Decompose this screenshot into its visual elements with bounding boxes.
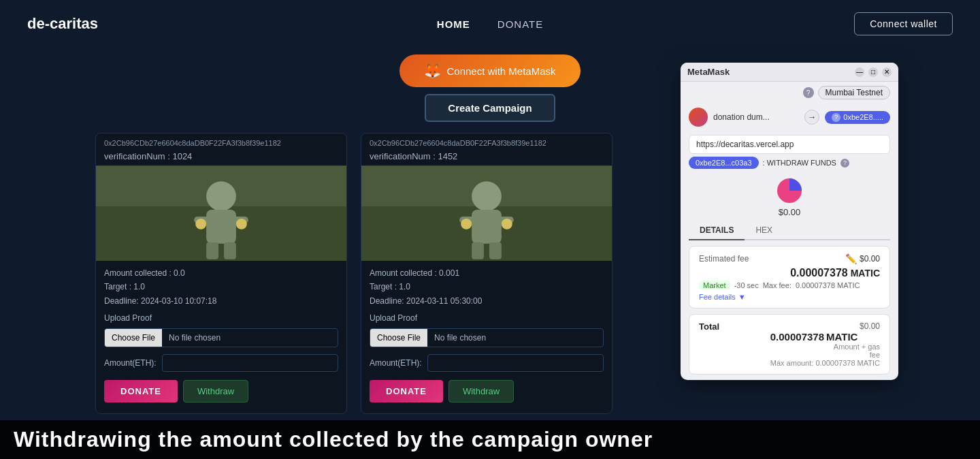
- mm-title-controls: — □ ✕: [855, 67, 892, 77]
- card-image-0: [96, 165, 346, 261]
- choose-file-button-1[interactable]: Choose File: [370, 329, 427, 347]
- file-input-row-0: Choose File No file chosen: [104, 328, 338, 347]
- mm-amount-gas: Amount + gas: [770, 343, 880, 351]
- mm-market-row: Market -30 sec Max fee: 0.00007378 MATIC: [699, 281, 880, 290]
- mm-details-box: Estimated fee ✏️ $0.00 0.00007378 MATIC …: [689, 246, 890, 308]
- mm-estimated-fee-usd: $0.00: [860, 254, 880, 264]
- target-0: Target : 1.0: [104, 280, 338, 294]
- campaign-card-0: 0x2Cb96CDb27e6604c8daDB0F22FA3f3b8f39e11…: [95, 133, 347, 414]
- upload-proof-label-0: Upload Proof: [96, 311, 346, 326]
- amount-label-1: Amount(ETH):: [370, 358, 422, 368]
- campaign-card-1: 0x2Cb96CDb27e6604c8daDB0F22FA3f3b8f39e11…: [361, 133, 612, 414]
- card-address-0: 0x2Cb96CDb27e6604c8daDB0F22FA3f3b8f39e11…: [96, 133, 346, 150]
- mm-minimize-button[interactable]: —: [855, 67, 864, 77]
- file-input-row-1: Choose File No file chosen: [370, 328, 604, 347]
- navbar: de-caritas HOME DONATE Connect wallet: [0, 0, 980, 48]
- withdraw-button-1[interactable]: Withdraw: [448, 380, 514, 402]
- nav-donate[interactable]: DONATE: [497, 18, 543, 30]
- target-1: Target : 1.0: [370, 280, 604, 294]
- svg-point-18: [461, 219, 472, 230]
- mm-max-fee-value: 0.00007378 MATIC: [796, 281, 860, 289]
- svg-point-2: [206, 181, 236, 211]
- mm-fee-row: Estimated fee ✏️ $0.00: [699, 253, 880, 264]
- svg-point-12: [472, 181, 502, 211]
- mm-avatar: [689, 108, 708, 127]
- mm-total-usd: $0.00: [770, 321, 880, 331]
- mm-max-fee-label: Max fee:: [763, 281, 791, 289]
- card-address-1: 0x2Cb96CDb27e6604c8daDB0F22FA3f3b8f39e11…: [361, 133, 612, 150]
- card-verification-1: verificationNum : 1452: [361, 150, 612, 165]
- donate-button-0[interactable]: DONATE: [104, 380, 178, 402]
- bottom-text: Withdrawing the amount collected by the …: [0, 420, 980, 459]
- svg-rect-7: [224, 242, 236, 259]
- mm-total-label: Total: [699, 321, 719, 332]
- mm-fee-details-link[interactable]: Fee details ▼: [699, 293, 880, 301]
- svg-rect-13: [472, 210, 502, 244]
- svg-point-19: [502, 219, 512, 230]
- mm-restore-button[interactable]: □: [868, 67, 878, 77]
- metamask-popup: MetaMask — □ ✕ ? Mumbai Testnet donation…: [681, 63, 898, 380]
- nav-home[interactable]: HOME: [437, 18, 470, 30]
- mm-estimated-fee-label: Estimated fee: [699, 254, 749, 264]
- file-status-0: No file chosen: [162, 333, 220, 343]
- amount-label-0: Amount(ETH):: [104, 358, 157, 368]
- nav-links: HOME DONATE: [437, 18, 543, 30]
- mm-url-bar: https://decaritas.vercel.app: [689, 135, 890, 154]
- upload-proof-label-1: Upload Proof: [361, 311, 612, 326]
- mm-fee-matic: 0.00007378: [790, 267, 848, 279]
- svg-rect-3: [206, 210, 236, 244]
- mm-help-icon[interactable]: ?: [803, 87, 814, 98]
- amount-input-0[interactable]: [162, 354, 338, 372]
- mm-address-short: 0xbe2E8.....: [843, 113, 883, 121]
- mm-arrow-button[interactable]: →: [804, 110, 819, 125]
- mm-action-label: : WITHDRAW FUNDS: [763, 159, 836, 167]
- deadline-1: Deadline: 2024-03-11 05:30:00: [370, 294, 604, 308]
- mm-network-bar: ? Mumbai Testnet: [681, 82, 898, 104]
- mm-market-time: -30 sec: [734, 281, 759, 289]
- mm-action-address-badge: 0xbe2E8...c03a3: [689, 157, 759, 169]
- mm-amount-gas-value: fee: [770, 351, 880, 359]
- amount-row-1: Amount(ETH):: [361, 350, 612, 376]
- mm-total-box: Total $0.00 0.00007378 MATIC Amount + ga…: [689, 314, 890, 375]
- file-status-1: No file chosen: [427, 333, 486, 343]
- app-logo: de-caritas: [27, 15, 98, 33]
- mm-action-help-icon[interactable]: ?: [840, 159, 849, 168]
- amount-input-1[interactable]: [427, 354, 604, 372]
- mm-total-right: $0.00 0.00007378 MATIC Amount + gas fee …: [770, 321, 880, 367]
- card-buttons-1: DONATE Withdraw: [361, 376, 612, 407]
- svg-rect-17: [489, 242, 502, 259]
- amount-row-0: Amount(ETH):: [96, 350, 346, 376]
- svg-point-8: [195, 219, 206, 230]
- mm-fee-matic-unit: MATIC: [851, 268, 880, 279]
- mm-tab-details[interactable]: DETAILS: [689, 221, 745, 240]
- mm-address-help-icon[interactable]: ?: [832, 113, 840, 122]
- mm-amount-display: $0.00: [681, 207, 898, 221]
- withdraw-button-0[interactable]: Withdraw: [183, 380, 248, 402]
- connect-metamask-button[interactable]: 🦊 Connect with MetaMask: [399, 54, 580, 87]
- donate-button-1[interactable]: DONATE: [370, 380, 443, 402]
- mm-title-bar: MetaMask — □ ✕: [681, 63, 898, 82]
- mm-pie-container: [681, 172, 898, 207]
- mm-account-name: donation dum...: [713, 112, 799, 122]
- mm-address-withdraw-row: 0xbe2E8...c03a3 : WITHDRAW FUNDS ?: [689, 157, 890, 169]
- mm-close-button[interactable]: ✕: [882, 67, 892, 77]
- mm-action-address: 0xbe2E8...c03a3: [696, 159, 752, 167]
- card-info-0: Amount collected : 0.0 Target : 1.0 Dead…: [96, 261, 346, 311]
- mm-market-badge: Market: [699, 281, 730, 290]
- amount-collected-0: Amount collected : 0.0: [104, 266, 338, 280]
- connect-wallet-button[interactable]: Connect wallet: [854, 12, 953, 35]
- svg-rect-6: [206, 242, 218, 259]
- mm-pie-chart: [776, 177, 803, 204]
- choose-file-button-0[interactable]: Choose File: [105, 329, 162, 347]
- create-campaign-button[interactable]: Create Campaign: [425, 94, 555, 122]
- mm-tab-hex[interactable]: HEX: [745, 221, 783, 240]
- mm-address-badge: ? 0xbe2E8.....: [825, 111, 890, 124]
- mm-total-matic-unit: MATIC: [826, 331, 858, 343]
- mm-network-name[interactable]: Mumbai Testnet: [818, 86, 891, 99]
- mm-account-row: donation dum... → ? 0xbe2E8.....: [681, 104, 898, 131]
- card-verification-0: verificationNum : 1024: [96, 150, 346, 165]
- mm-tabs: DETAILS HEX: [689, 221, 890, 240]
- mm-fee-matic-row: 0.00007378 MATIC: [699, 267, 880, 279]
- svg-rect-16: [472, 242, 484, 259]
- card-image-1: [361, 165, 612, 261]
